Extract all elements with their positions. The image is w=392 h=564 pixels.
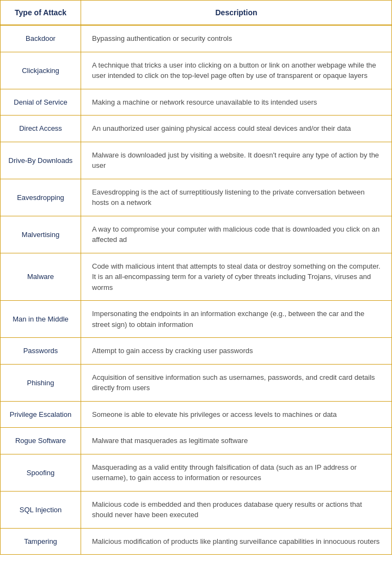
- table-row: BackdoorBypassing authentication or secu…: [1, 26, 391, 52]
- cell-attack-type: Backdoor: [1, 26, 81, 52]
- cell-description: Code with malicious intent that attempts…: [81, 253, 391, 301]
- table-row: TamperingMalicious modification of produ…: [1, 529, 391, 555]
- table-row: Privilege EscalationSomeone is able to e…: [1, 402, 391, 428]
- table-row: EavesdroppingEavesdropping is the act of…: [1, 179, 391, 216]
- table-row: SQL InjectionMalicious code is embedded …: [1, 492, 391, 529]
- cell-description: Acquisition of sensitive information suc…: [81, 365, 391, 401]
- cell-attack-type: Drive-By Downloads: [1, 142, 81, 179]
- cell-description: Malware is downloaded just by visiting a…: [81, 142, 391, 179]
- cell-attack-type: Man in the Middle: [1, 301, 81, 337]
- cell-attack-type: Privilege Escalation: [1, 402, 81, 428]
- cell-attack-type: Spoofing: [1, 454, 81, 491]
- cell-description: Someone is able to elevate his privilege…: [81, 402, 391, 428]
- cell-description: An unauthorized user gaining physical ac…: [81, 116, 391, 142]
- table-header: Type of Attack Description: [1, 0, 391, 26]
- attacks-table: Type of Attack Description BackdoorBypas…: [0, 0, 392, 555]
- cell-description: Bypassing authentication or security con…: [81, 26, 391, 52]
- table-row: Rogue SoftwareMalware that masquerades a…: [1, 428, 391, 454]
- cell-description: Making a machine or network resource una…: [81, 89, 391, 116]
- table-row: ClickjackingA technique that tricks a us…: [1, 52, 391, 89]
- table-row: SpoofingMasquerading as a valid entity t…: [1, 454, 391, 492]
- table-body: BackdoorBypassing authentication or secu…: [1, 26, 391, 555]
- table-row: PhishingAcquisition of sensitive informa…: [1, 365, 391, 402]
- cell-attack-type: Clickjacking: [1, 52, 81, 89]
- table-row: MalvertisingA way to compromise your com…: [1, 216, 391, 253]
- cell-description: Attempt to gain access by cracking user …: [81, 338, 391, 364]
- cell-attack-type: Eavesdropping: [1, 179, 81, 216]
- table-row: MalwareCode with malicious intent that a…: [1, 253, 391, 301]
- cell-description: A technique that tricks a user into clic…: [81, 52, 391, 89]
- cell-attack-type: Phishing: [1, 365, 81, 401]
- header-type-of-attack: Type of Attack: [1, 1, 81, 25]
- table-row: Man in the MiddleImpersonating the endpo…: [1, 301, 391, 338]
- table-row: PasswordsAttempt to gain access by crack…: [1, 338, 391, 365]
- cell-attack-type: Malvertising: [1, 216, 81, 253]
- cell-attack-type: Malware: [1, 253, 81, 301]
- table-row: Denial of ServiceMaking a machine or net…: [1, 89, 391, 116]
- cell-attack-type: Tampering: [1, 529, 81, 555]
- cell-attack-type: Rogue Software: [1, 428, 81, 454]
- cell-description: A way to compromise your computer with m…: [81, 216, 391, 253]
- cell-attack-type: Direct Access: [1, 116, 81, 142]
- table-row: Direct AccessAn unauthorized user gainin…: [1, 116, 391, 142]
- cell-description: Malicious code is embedded and then prod…: [81, 492, 391, 528]
- cell-attack-type: Passwords: [1, 338, 81, 364]
- cell-description: Impersonating the endpoints in an inform…: [81, 301, 391, 337]
- cell-description: Eavesdropping is the act of surreptitiou…: [81, 179, 391, 216]
- cell-description: Masquerading as a valid entity through f…: [81, 454, 391, 491]
- header-description: Description: [81, 1, 391, 25]
- cell-description: Malware that masquerades as legitimate s…: [81, 428, 391, 454]
- cell-attack-type: Denial of Service: [1, 89, 81, 116]
- cell-attack-type: SQL Injection: [1, 492, 81, 528]
- table-row: Drive-By DownloadsMalware is downloaded …: [1, 142, 391, 179]
- cell-description: Malicious modification of products like …: [81, 529, 391, 555]
